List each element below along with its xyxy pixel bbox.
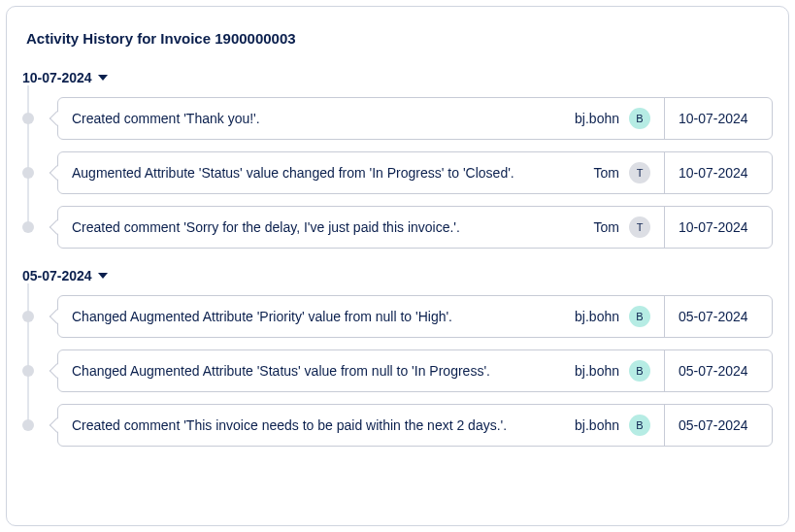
activity-message: Changed Augmented Attribute 'Status' val… xyxy=(72,363,575,379)
activity-entry-box[interactable]: Created comment 'Thank you!'.bj.bohnB10-… xyxy=(57,97,773,140)
activity-user: bj.bohn xyxy=(575,417,619,433)
activity-entry-box[interactable]: Created comment 'This invoice needs to b… xyxy=(57,404,773,447)
chevron-down-icon xyxy=(98,75,108,81)
avatar: B xyxy=(629,415,650,436)
timeline-entry: Created comment 'Sorry for the delay, I'… xyxy=(22,206,773,249)
activity-date: 05-07-2024 xyxy=(679,417,758,433)
avatar: T xyxy=(629,216,650,238)
timeline-group: Created comment 'Thank you!'.bj.bohnB10-… xyxy=(22,97,773,249)
activity-message: Created comment 'This invoice needs to b… xyxy=(72,417,575,433)
timeline-entry: Created comment 'This invoice needs to b… xyxy=(22,404,773,447)
activity-date: 10-07-2024 xyxy=(679,111,758,126)
activity-message: Created comment 'Sorry for the delay, I'… xyxy=(72,219,594,235)
date-group-label: 10-07-2024 xyxy=(22,70,92,85)
timeline-container: 10-07-2024Created comment 'Thank you!'.b… xyxy=(22,70,773,447)
timeline-bullet-icon xyxy=(22,365,34,377)
activity-entry-box[interactable]: Created comment 'Sorry for the delay, I'… xyxy=(57,206,773,249)
page-title: Activity History for Invoice 1900000003 xyxy=(26,30,773,47)
activity-entry-box[interactable]: Augmented Attribute 'Status' value chang… xyxy=(57,151,773,194)
divider xyxy=(664,152,665,193)
timeline-bullet-icon xyxy=(22,221,34,233)
date-group-header[interactable]: 05-07-2024 xyxy=(22,268,773,283)
activity-date: 05-07-2024 xyxy=(679,309,758,324)
activity-user: bj.bohn xyxy=(575,111,619,126)
timeline-entry: Augmented Attribute 'Status' value chang… xyxy=(22,151,773,194)
activity-message: Changed Augmented Attribute 'Priority' v… xyxy=(72,309,575,324)
avatar: B xyxy=(629,306,650,327)
timeline-entry: Changed Augmented Attribute 'Priority' v… xyxy=(22,295,773,338)
activity-date: 10-07-2024 xyxy=(679,165,758,181)
avatar: B xyxy=(629,108,650,129)
activity-date: 05-07-2024 xyxy=(679,363,758,379)
divider xyxy=(664,296,665,337)
activity-message: Created comment 'Thank you!'. xyxy=(72,111,575,126)
timeline-group: Changed Augmented Attribute 'Priority' v… xyxy=(22,295,773,447)
chevron-down-icon xyxy=(98,273,108,279)
date-group-header[interactable]: 10-07-2024 xyxy=(22,70,773,85)
timeline-bullet-icon xyxy=(22,419,34,431)
timeline-entry: Changed Augmented Attribute 'Status' val… xyxy=(22,349,773,392)
timeline-entry: Created comment 'Thank you!'.bj.bohnB10-… xyxy=(22,97,773,140)
timeline-bullet-icon xyxy=(22,113,34,124)
activity-message: Augmented Attribute 'Status' value chang… xyxy=(72,165,594,181)
divider xyxy=(664,98,665,139)
activity-user: bj.bohn xyxy=(575,309,619,324)
activity-user: Tom xyxy=(594,219,619,235)
activity-entry-box[interactable]: Changed Augmented Attribute 'Status' val… xyxy=(57,349,773,392)
divider xyxy=(664,405,665,446)
activity-history-card: Activity History for Invoice 1900000003 … xyxy=(6,6,789,526)
divider xyxy=(664,350,665,391)
avatar: T xyxy=(629,162,650,183)
avatar: B xyxy=(629,360,650,382)
activity-user: bj.bohn xyxy=(575,363,619,379)
timeline-bullet-icon xyxy=(22,311,34,322)
date-group-label: 05-07-2024 xyxy=(22,268,92,283)
activity-entry-box[interactable]: Changed Augmented Attribute 'Priority' v… xyxy=(57,295,773,338)
timeline-bullet-icon xyxy=(22,167,34,179)
activity-user: Tom xyxy=(594,165,619,181)
divider xyxy=(664,207,665,248)
activity-date: 10-07-2024 xyxy=(679,219,758,235)
